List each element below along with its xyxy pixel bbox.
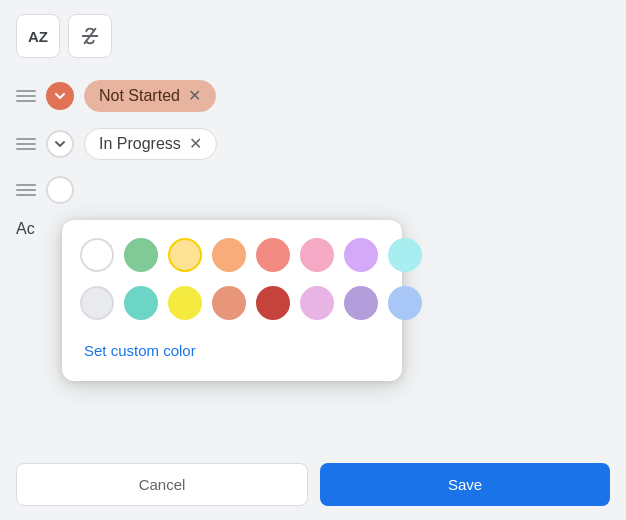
color-dark-red[interactable] — [256, 286, 290, 320]
color-light-blue[interactable] — [388, 286, 422, 320]
color-grid-row2 — [80, 286, 384, 320]
drag-line-3 — [16, 194, 36, 196]
chevron-down-icon — [54, 90, 66, 102]
az-icon: AZ — [28, 28, 48, 45]
color-orange[interactable] — [212, 238, 246, 272]
color-salmon[interactable] — [212, 286, 246, 320]
strikethrough-icon — [79, 25, 101, 47]
color-purple[interactable] — [344, 286, 378, 320]
in-progress-chip[interactable]: In Progress ✕ — [84, 128, 217, 160]
save-button[interactable]: Save — [320, 463, 610, 506]
cancel-button[interactable]: Cancel — [16, 463, 308, 506]
color-cyan[interactable] — [388, 238, 422, 272]
color-white[interactable] — [80, 238, 114, 272]
az-button[interactable]: AZ — [16, 14, 60, 58]
drag-line-3 — [16, 100, 36, 102]
color-light-gray[interactable] — [80, 286, 114, 320]
not-started-chip[interactable]: Not Started ✕ — [84, 80, 216, 112]
bottom-buttons: Cancel Save — [0, 449, 626, 520]
row-circle-button[interactable] — [46, 82, 74, 110]
row-circle-button[interactable] — [46, 130, 74, 158]
list-item-simple — [16, 168, 610, 212]
drag-line-2 — [16, 143, 36, 145]
color-teal[interactable] — [124, 286, 158, 320]
row-circle-button[interactable] — [46, 176, 74, 204]
drag-handle[interactable] — [16, 138, 36, 150]
list-item: Not Started ✕ — [16, 72, 610, 120]
drag-line-1 — [16, 90, 36, 92]
color-green[interactable] — [124, 238, 158, 272]
drag-line-1 — [16, 138, 36, 140]
color-pink[interactable] — [300, 238, 334, 272]
chip-close-icon[interactable]: ✕ — [188, 88, 201, 104]
drag-line-2 — [16, 95, 36, 97]
set-custom-color-button[interactable]: Set custom color — [80, 334, 384, 367]
color-picker-popup: Set custom color — [62, 220, 402, 381]
drag-handle[interactable] — [16, 90, 36, 102]
color-light-yellow[interactable] — [168, 238, 202, 272]
toolbar: AZ — [0, 0, 626, 72]
main-area: AZ Not Started — [0, 0, 626, 520]
drag-line-1 — [16, 184, 36, 186]
color-lavender[interactable] — [344, 238, 378, 272]
drag-line-2 — [16, 189, 36, 191]
color-grid-row1 — [80, 238, 384, 272]
color-light-purple[interactable] — [300, 286, 334, 320]
chip-label: In Progress — [99, 135, 181, 153]
strikethrough-button[interactable] — [68, 14, 112, 58]
chevron-down-icon — [54, 138, 66, 150]
list-rows: Not Started ✕ In Progress ✕ — [0, 72, 626, 212]
color-red[interactable] — [256, 238, 290, 272]
chip-close-icon[interactable]: ✕ — [189, 136, 202, 152]
color-yellow[interactable] — [168, 286, 202, 320]
chip-label: Not Started — [99, 87, 180, 105]
add-label[interactable]: Ac — [16, 220, 35, 238]
drag-handle[interactable] — [16, 184, 36, 196]
drag-line-3 — [16, 148, 36, 150]
list-item: In Progress ✕ — [16, 120, 610, 168]
